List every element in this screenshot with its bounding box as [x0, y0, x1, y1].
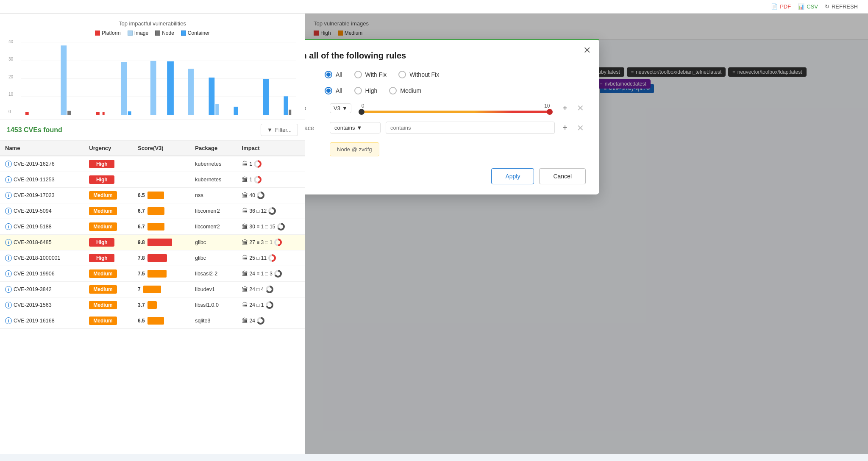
table-row[interactable]: iCVE-2019-16168Medium 6.5 sqlite3 🏛 24	[0, 313, 305, 329]
cve-name: CVE-2018-1000001	[14, 255, 61, 261]
info-icon[interactable]: i	[5, 192, 12, 199]
score-bar-container: 3.7	[138, 301, 185, 309]
impact-value: 24	[250, 318, 255, 324]
namespace-add-button[interactable]: +	[560, 123, 570, 133]
cve-name: CVE-2018-6485	[14, 239, 52, 245]
info-icon[interactable]: i	[5, 176, 12, 183]
score-bar	[147, 254, 167, 262]
info-icon[interactable]: i	[5, 239, 12, 246]
building-icon: 🏛	[242, 239, 248, 246]
slider-thumb-right[interactable]	[547, 109, 553, 115]
table-row[interactable]: iCVE-2018-1000001High 7.8 glibc 🏛 25 □ 1…	[0, 250, 305, 266]
namespace-contains-input[interactable]	[386, 122, 555, 134]
legend-platform: Platform	[95, 30, 121, 36]
score-bar-container: 6.5	[138, 192, 185, 199]
table-row[interactable]: iCVE-2019-16276Highkubernetes 🏛 1	[0, 156, 305, 172]
info-icon[interactable]: i	[5, 208, 12, 214]
table-row[interactable]: iCVE-2019-19906Medium 7.5 libsasl2-2 🏛 2…	[0, 266, 305, 282]
chart-legend: Platform Image Node Container	[8, 30, 296, 36]
urgency-high-radio[interactable]: High	[354, 87, 378, 94]
package-label: Package	[305, 71, 325, 78]
svg-rect-16	[234, 107, 238, 115]
slider-remove-button[interactable]: ✕	[575, 103, 586, 113]
svg-rect-18	[284, 96, 288, 115]
package-withfix-radio[interactable]: With Fix	[354, 71, 387, 78]
container-swatch	[181, 31, 186, 36]
urgency-label: Urgency	[305, 87, 325, 94]
table-row[interactable]: iCVE-2019-5188Medium 6.7 libcomerr2 🏛 30…	[0, 219, 305, 235]
table-row[interactable]: iCVE-2019-17023Medium 6.5 nss 🏛 40	[0, 188, 305, 203]
dialog-top-line	[305, 39, 599, 40]
impact-value: 25 □ 11	[250, 255, 267, 261]
donut-chart-icon	[254, 160, 262, 168]
score-value: 7.5	[138, 271, 145, 277]
info-icon[interactable]: i	[5, 161, 12, 167]
table-row[interactable]: iCVE-2018-6485High 9.8 glibc 🏛 27 ≡ 3 □ …	[0, 235, 305, 250]
impact-cell: 🏛 1	[242, 160, 300, 168]
urgency-high-circle	[354, 87, 362, 94]
platform-swatch	[95, 31, 100, 36]
impact-cell: 🏛 40	[242, 192, 300, 199]
urgency-badge: Medium	[89, 301, 117, 309]
package-cell: glibc	[190, 250, 236, 266]
package-all-radio[interactable]: All	[325, 71, 342, 78]
table-row[interactable]: iCVE-2019-3842Medium 7 libudev1 🏛 24 □ 4	[0, 282, 305, 297]
csv-button[interactable]: 📊 CSV	[798, 3, 818, 10]
filter-button[interactable]: ▼ Filter...	[261, 124, 298, 136]
info-icon[interactable]: i	[5, 223, 12, 230]
impact-cell: 🏛 30 ≡ 1 □ 15	[242, 223, 300, 230]
pdf-button[interactable]: 📄 PDF	[771, 3, 791, 10]
info-icon[interactable]: i	[5, 270, 12, 277]
score-slider[interactable]: 0 10	[362, 103, 550, 113]
urgency-badge: Medium	[89, 269, 117, 278]
col-score: Score(V3)	[133, 141, 190, 156]
impact-value: 30 ≡ 1 □ 15	[250, 224, 275, 230]
filter-dialog: Match all of the following rules ✕ Packa…	[305, 39, 599, 194]
package-withfix-circle	[354, 71, 362, 78]
cancel-button[interactable]: Cancel	[539, 168, 586, 184]
score-bar-container: 9.8	[138, 239, 185, 246]
info-icon[interactable]: i	[5, 317, 12, 324]
dialog-close-button[interactable]: ✕	[583, 46, 591, 55]
table-row[interactable]: iCVE-2019-1563Medium 3.7 libssl1.0.0 🏛 2…	[0, 297, 305, 313]
top-bar: 📄 PDF 📊 CSV ↻ REFRESH	[0, 0, 868, 14]
package-withoutfix-radio[interactable]: Without Fix	[398, 71, 439, 78]
svg-rect-7	[67, 111, 71, 115]
urgency-medium-radio[interactable]: Medium	[389, 87, 421, 94]
score-version-select[interactable]: V3 ▼	[330, 103, 351, 113]
table-row[interactable]: iCVE-2019-5094Medium 6.7 libcomerr2 🏛 36…	[0, 203, 305, 219]
donut-chart-icon	[257, 317, 264, 325]
namespace-remove-button[interactable]: ✕	[575, 123, 586, 133]
table-row[interactable]: iCVE-2019-11253Highkubernetes 🏛 1	[0, 172, 305, 188]
slider-labels: 0 10	[362, 103, 550, 109]
package-cell: glibc	[190, 235, 236, 250]
impact-value: 36 □ 12	[250, 208, 267, 214]
right-panel: Top vulnerable images High Medium Nodes …	[305, 14, 868, 454]
cve-name: CVE-2019-17023	[14, 192, 55, 198]
score-value: 6.7	[138, 208, 145, 214]
slider-thumb-left[interactable]	[359, 109, 364, 115]
donut-chart-icon	[274, 239, 282, 246]
info-icon[interactable]: i	[5, 302, 12, 308]
slider-track[interactable]	[362, 111, 550, 113]
donut-chart-icon	[254, 176, 262, 183]
cve-name: CVE-2019-1563	[14, 302, 52, 308]
namespace-dropdown[interactable]: contains ▼	[330, 122, 381, 133]
impact-value: 24 □ 1	[250, 302, 264, 308]
svg-rect-8	[96, 112, 100, 115]
legend-node-label: Node	[162, 30, 174, 36]
slider-add-button[interactable]: +	[560, 103, 570, 113]
urgency-all-radio[interactable]: All	[325, 87, 342, 94]
info-icon[interactable]: i	[5, 255, 12, 261]
apply-button[interactable]: Apply	[491, 168, 534, 184]
cve-name: CVE-2019-3842	[14, 286, 52, 292]
package-cell: libsasl2-2	[190, 266, 236, 282]
filter-label: Filter...	[275, 127, 292, 133]
bar-chart: 40 30 20 10 0	[8, 39, 296, 116]
info-icon[interactable]: i	[5, 286, 12, 293]
score-bar	[147, 223, 164, 230]
namespace-section: Namespace contains ▼ + ✕	[305, 122, 586, 134]
impact-cell: 🏛 25 □ 11	[242, 254, 300, 262]
refresh-button[interactable]: ↻ REFRESH	[825, 3, 858, 10]
col-name: Name	[0, 141, 84, 156]
